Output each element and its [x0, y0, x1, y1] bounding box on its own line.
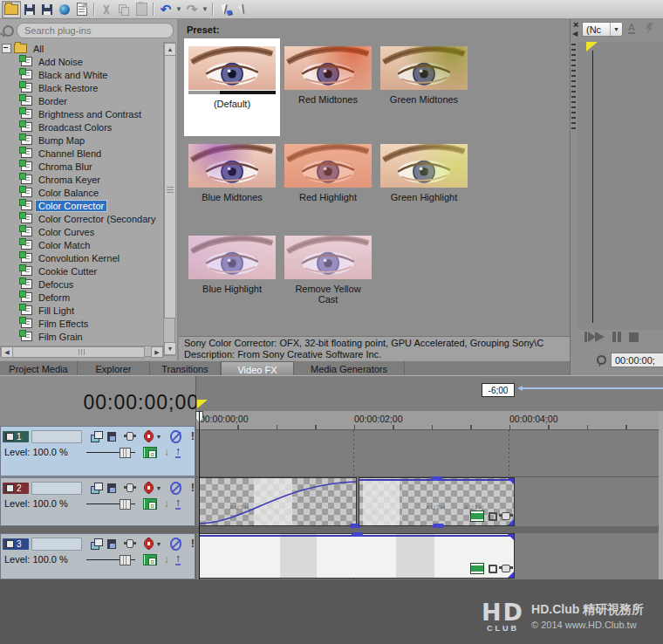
level-slider[interactable] [86, 498, 135, 509]
plugin-item[interactable]: Color Match [0, 238, 164, 251]
preset-thumbnail[interactable] [380, 144, 468, 188]
keyframe-area[interactable] [578, 42, 663, 330]
level-slider[interactable] [86, 447, 135, 457]
compositing-child-icon[interactable]: ↓ [164, 497, 169, 510]
tab-project-media[interactable]: Project Media [0, 361, 78, 376]
plugin-item[interactable]: Color Corrector (Secondary [0, 212, 164, 225]
plugin-item[interactable]: Border [0, 94, 164, 107]
redo-caret-icon[interactable]: ▼ [201, 2, 209, 17]
project-properties-icon[interactable] [73, 2, 91, 17]
preset-thumbnail[interactable] [284, 236, 372, 279]
time-ruler[interactable]: 00:00:00;0000:00:02;0000:00:04;00 [196, 411, 663, 430]
track-fx-icon[interactable] [126, 483, 134, 492]
scroll-left-icon[interactable]: ◀ [1, 346, 13, 358]
event-fx-icon[interactable] [502, 512, 510, 520]
compositing-mode-icon[interactable] [107, 483, 116, 493]
tab-explorer[interactable]: Explorer [78, 361, 150, 376]
mute-icon[interactable] [170, 538, 181, 551]
play-from-start-button[interactable] [584, 332, 587, 342]
compositing-parent-icon[interactable]: ↑ [175, 447, 181, 458]
compositing-mode-icon[interactable] [107, 539, 116, 549]
video-event-3[interactable] [199, 533, 515, 579]
plugin-item[interactable]: Film Effects [0, 317, 164, 330]
preset-thumbnail[interactable] [380, 46, 468, 90]
pan-crop-icon[interactable] [489, 565, 497, 573]
track-name-field[interactable] [31, 482, 82, 495]
track-fx-icon[interactable] [126, 432, 134, 441]
plugin-item[interactable]: Fill Light [0, 304, 164, 317]
normal-edit-tool-icon[interactable] [216, 2, 234, 17]
event-fx-icon[interactable] [502, 565, 510, 572]
preset-cell[interactable]: Green Highlight [376, 136, 472, 228]
preset-thumbnail[interactable] [188, 236, 276, 279]
undo-caret-icon[interactable]: ▼ [174, 2, 183, 17]
automation-settings-icon[interactable] [145, 431, 153, 442]
chevron-down-icon[interactable]: ▼ [610, 23, 622, 36]
preset-cell[interactable]: Green Midtones [376, 38, 472, 130]
envelope-edit-tool-icon[interactable] [234, 2, 251, 17]
render-as-icon[interactable] [56, 2, 73, 17]
slider-knob[interactable] [120, 555, 131, 565]
solo-icon[interactable]: ! [191, 431, 195, 442]
search-input[interactable] [17, 23, 174, 38]
plugin-item[interactable]: Color Corrector [0, 199, 164, 212]
undo-icon[interactable]: ↶ [157, 2, 174, 17]
automation-settings-icon[interactable] [145, 538, 153, 549]
plugin-item[interactable]: Chroma Keyer [0, 173, 164, 186]
preset-cell[interactable]: Remove Yellow Cast [280, 228, 376, 319]
tab-transitions[interactable]: Transitions [150, 361, 221, 376]
scroll-down-icon[interactable]: ▼ [164, 342, 176, 355]
tree-collapse-icon[interactable] [2, 44, 11, 53]
open-project-icon[interactable] [21, 2, 38, 17]
ab-compare-icon[interactable]: A [628, 23, 635, 34]
track-motion-icon[interactable] [91, 538, 99, 549]
scroll-up-icon[interactable]: ▲ [164, 43, 176, 56]
scrollbar-thumb[interactable] [12, 346, 145, 358]
preset-thumbnail[interactable] [284, 144, 372, 188]
plugin-item[interactable]: Cookie Cutter [0, 264, 164, 277]
copy-icon[interactable] [115, 2, 133, 17]
tab-media-generators[interactable]: Media Generators [294, 361, 405, 376]
plugin-item[interactable]: Convolution Kernel [0, 251, 164, 264]
stop-button[interactable] [629, 332, 639, 342]
envelope-point[interactable] [431, 476, 442, 481]
fx-preset-dropdown[interactable]: (Nc ▼ [582, 22, 623, 37]
plugin-item[interactable]: Chroma Blur [0, 160, 164, 173]
plugin-item[interactable]: Film Grain [0, 330, 164, 343]
plugin-item[interactable]: Add Noise [0, 55, 164, 68]
video-event-1[interactable]: AUTH [199, 477, 357, 526]
chevron-down-icon[interactable]: ▼ [155, 434, 161, 440]
track-motion-icon[interactable] [91, 431, 99, 442]
track-media-fx-icon[interactable] [143, 447, 157, 458]
compositing-mode-icon[interactable] [107, 432, 116, 442]
mute-icon[interactable] [170, 482, 181, 495]
slider-knob[interactable] [120, 448, 131, 458]
preset-cell[interactable]: (Default) [184, 38, 280, 136]
slider-knob[interactable] [120, 499, 131, 510]
track-media-fx-icon[interactable] [143, 498, 157, 510]
new-project-icon[interactable] [2, 1, 21, 18]
tree-horizontal-scrollbar[interactable]: ◀ ▶ [0, 346, 164, 357]
plugin-item[interactable]: Color Curves [0, 225, 164, 238]
plugin-item[interactable]: Broadcast Colors [0, 120, 164, 134]
track-motion-icon[interactable] [91, 483, 99, 493]
plugin-item[interactable]: Brightness and Contrast [0, 107, 164, 120]
track-header-2[interactable]: 2▼!Level: 100.0 %↓↑ [0, 477, 195, 526]
scrollbar-thumb[interactable] [164, 55, 176, 319]
scroll-right-icon[interactable]: ▶ [151, 346, 163, 358]
cut-icon[interactable] [98, 2, 115, 17]
undock-arrow-icon[interactable]: ◀ [572, 30, 578, 38]
pan-crop-icon[interactable] [489, 512, 497, 521]
envelope-point[interactable] [433, 524, 444, 528]
plugin-item[interactable]: Channel Blend [0, 147, 164, 160]
compositing-child-icon[interactable]: ↓ [164, 553, 169, 565]
compositing-parent-icon[interactable]: ↑ [175, 498, 181, 510]
generated-media-icon[interactable] [470, 510, 484, 522]
preset-thumbnail[interactable] [284, 46, 372, 90]
chevron-down-icon[interactable]: ▼ [155, 541, 161, 547]
lightning-icon[interactable] [646, 23, 653, 34]
track-fx-icon[interactable] [126, 539, 134, 548]
save-project-icon[interactable] [38, 2, 56, 17]
mute-icon[interactable] [170, 430, 181, 443]
preset-cell[interactable]: Blue Midtones [184, 136, 280, 228]
